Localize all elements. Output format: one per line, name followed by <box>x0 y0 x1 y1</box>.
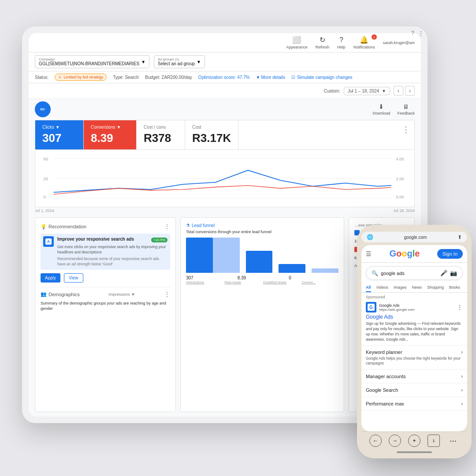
rec-panel-title: 💡 Recommendation <box>41 224 86 230</box>
date-bar: Custom: Jul 1 – 18, 2024 ▼ ‹ › <box>29 83 421 99</box>
prev-arrow[interactable]: ‹ <box>394 86 403 96</box>
search-bar[interactable]: 🔍 google ads 🎤 📷 <box>366 266 463 280</box>
tab-videos[interactable]: Videos <box>376 283 388 292</box>
rec-icon: A <box>43 236 54 247</box>
chart-area: 50 25 0 4.00 2.00 0.00 <box>35 150 415 207</box>
funnel-title[interactable]: ⚗ Lead funnel <box>186 223 338 228</box>
date-chevron-icon: ▼ <box>382 89 386 93</box>
status-label: Status: <box>35 75 48 80</box>
rec-more-button[interactable]: ⋮ <box>164 223 170 230</box>
svg-text:25: 25 <box>43 177 48 181</box>
apply-button[interactable]: Apply <box>41 273 60 283</box>
back-button[interactable]: ← <box>369 435 382 447</box>
chart-nav: ‹ › <box>394 86 415 96</box>
cost-per-conv-metric: Cost / conv. R378 <box>137 120 185 149</box>
funnel-values: 307 8.39 0 <box>186 275 338 280</box>
ad-top: G Google Ads https://ads.google.com ⋮ <box>366 302 463 312</box>
adgroups-chevron-icon: ▼ <box>197 60 201 64</box>
ad-description: Sign up for Google advertising — Find re… <box>366 321 463 342</box>
campaign-dropdown[interactable]: Campaign GGL|SEM|WETU|NON-BRAND|INTERMED… <box>35 55 149 68</box>
recommendation-panel: 💡 Recommendation ⋮ A Improve you <box>35 217 176 412</box>
appearance-icon: ⬜ <box>292 36 301 44</box>
people-icon: 👥 <box>41 291 47 297</box>
appearance-button[interactable]: ⬜ Appearance <box>286 36 308 49</box>
download-icon: ⬇ <box>379 103 384 110</box>
tab-all[interactable]: All <box>366 283 371 292</box>
warning-icon: ⚠ <box>58 75 62 79</box>
tabs-button[interactable]: 1 <box>428 435 440 447</box>
menu-button[interactable]: ⋯ <box>447 435 459 447</box>
ad-site-info: Google Ads https://ads.google.com <box>379 303 454 312</box>
notification-badge: 1 <box>372 34 377 40</box>
globe-icon: 🌐 <box>367 234 373 240</box>
cost-metric: Cost R3.17K <box>185 120 238 149</box>
camera-icon[interactable]: 📷 <box>450 270 457 276</box>
demographics-section: 👥 Demographics Impressions ▼ ⋮ Summary o… <box>41 287 170 312</box>
phone-nav: ← → + 1 ⋯ <box>361 431 467 450</box>
new-tab-button[interactable]: + <box>408 435 420 447</box>
help-button[interactable]: ? Help <box>337 36 346 49</box>
share-icon[interactable]: ⬆ <box>457 234 462 240</box>
ad-more-button[interactable]: ⋮ <box>457 304 463 311</box>
next-arrow[interactable]: › <box>405 86 415 96</box>
refresh-button[interactable]: ↻ Refresh <box>316 36 330 49</box>
feedback-button[interactable]: 🖥 Feedback <box>397 103 415 115</box>
user-email: sarah.kruger@am <box>383 41 415 45</box>
budget-label: Budget: ZAR200.00/day <box>145 75 192 80</box>
adgroups-dropdown[interactable]: Ad groups (1) Select an ad group ▼ <box>154 55 205 68</box>
home-indicator <box>397 451 432 453</box>
view-button[interactable]: View <box>64 273 83 283</box>
funnel-panel: ⚗ Lead funnel Total conversions through … <box>180 217 344 412</box>
tab-news[interactable]: News <box>412 283 422 292</box>
clicks-chevron-icon: ▼ <box>56 125 60 130</box>
notifications-button[interactable]: 🔔 1 Notifications <box>353 36 375 49</box>
feature-manager-accounts[interactable]: Manager accounts › <box>361 370 467 383</box>
simulate-button[interactable]: ☑ Simulate campaign changes <box>291 75 353 80</box>
chevron-right-icon-3: › <box>461 401 463 407</box>
checkbox-icon: ☑ <box>291 75 295 80</box>
feature-keyword-planner[interactable]: Keyword planner › Google Ads helps you c… <box>361 346 467 370</box>
demo-more-button[interactable]: ⋮ <box>164 291 170 298</box>
metrics-more-button[interactable]: ⋮ <box>398 120 414 149</box>
hamburger-icon[interactable]: ☰ <box>366 250 372 257</box>
date-range-picker[interactable]: Jul 1 – 18, 2024 ▼ <box>344 87 390 95</box>
url-bar[interactable]: 🌐 google.com ⬆ <box>361 232 467 242</box>
bell-icon: 🔔 <box>360 36 368 44</box>
custom-label: Custom: <box>324 89 340 93</box>
performance-chart: 50 25 0 4.00 2.00 0.00 <box>40 154 410 202</box>
phone: 🌐 google.com ⬆ ☰ Google Sign In 🔍 google… <box>357 225 472 458</box>
more-details-button[interactable]: ▼ More details <box>256 75 285 80</box>
phone-screen: ☰ Google Sign In 🔍 google ads 🎤 📷 All Vi… <box>361 245 467 431</box>
google-logo: Google <box>389 249 419 259</box>
feature-google-search[interactable]: Google Search › <box>361 383 467 397</box>
funnel-bars <box>186 238 338 273</box>
funnel-bar-light-0 <box>213 238 240 273</box>
feedback-icon: 🖥 <box>403 103 409 110</box>
rec-actions: Apply View <box>41 273 170 283</box>
edit-button[interactable]: ✏ <box>35 101 51 117</box>
campaign-bar: Campaign GGL|SEM|WETU|NON-BRAND|INTERMED… <box>29 52 421 71</box>
forward-button[interactable]: → <box>389 435 401 447</box>
status-bar: Status: ⚠ Limited by bid strategy Type: … <box>29 71 421 83</box>
funnel-labels: Interactions Raw leads Qualified leads C… <box>186 280 338 284</box>
conversions-metric: Conversions ▼ 8.39 <box>84 120 137 149</box>
svg-text:2.00: 2.00 <box>396 177 404 181</box>
mic-icon[interactable]: 🎤 <box>440 270 447 276</box>
tab-books[interactable]: Books <box>449 283 460 292</box>
ad-favicon: G <box>366 302 376 312</box>
impressions-dropdown[interactable]: Impressions ▼ <box>108 292 135 297</box>
sign-in-button[interactable]: Sign In <box>437 249 463 259</box>
ad-title[interactable]: Google Ads <box>366 314 463 320</box>
funnel-icon: ⚗ <box>186 223 190 228</box>
feature-performance-max[interactable]: Performance max › <box>361 397 467 411</box>
campaign-chevron-icon: ▼ <box>141 60 145 64</box>
download-button[interactable]: ⬇ Download <box>372 103 390 115</box>
chevron-down-icon: ▼ <box>256 75 260 80</box>
tab-images[interactable]: Images <box>394 283 407 292</box>
funnel-bar-1 <box>246 251 273 273</box>
svg-text:0: 0 <box>43 195 45 199</box>
sponsored-label: Sponsored <box>361 293 467 300</box>
rec-content: A Improve your responsive search ads +10… <box>41 234 170 270</box>
tab-shopping[interactable]: Shopping <box>427 283 444 292</box>
funnel-bar-3 <box>312 268 338 273</box>
